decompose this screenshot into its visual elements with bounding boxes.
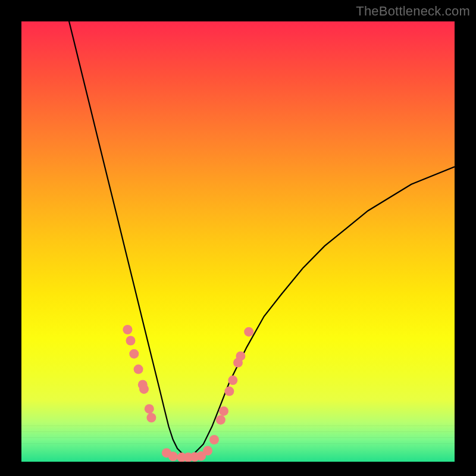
data-marker bbox=[139, 384, 149, 394]
data-marker bbox=[219, 406, 228, 416]
attribution-label: TheBottleneck.com bbox=[356, 4, 470, 19]
data-marker bbox=[134, 365, 143, 374]
data-marker bbox=[168, 452, 178, 461]
data-marker bbox=[126, 336, 136, 346]
data-marker bbox=[209, 435, 219, 444]
markers-group bbox=[123, 325, 253, 462]
data-marker bbox=[244, 327, 253, 337]
data-marker bbox=[203, 446, 212, 456]
bottleneck-curve bbox=[56, 21, 455, 458]
chart-svg bbox=[21, 21, 455, 462]
data-marker bbox=[145, 404, 154, 414]
data-marker bbox=[228, 375, 237, 385]
chart-frame: TheBottleneck.com bbox=[0, 0, 476, 476]
data-marker bbox=[224, 387, 234, 396]
plot-area bbox=[21, 21, 455, 462]
data-marker bbox=[123, 325, 132, 334]
data-marker bbox=[146, 413, 156, 422]
data-marker bbox=[129, 349, 139, 359]
data-marker bbox=[216, 415, 226, 425]
data-marker bbox=[236, 351, 245, 361]
